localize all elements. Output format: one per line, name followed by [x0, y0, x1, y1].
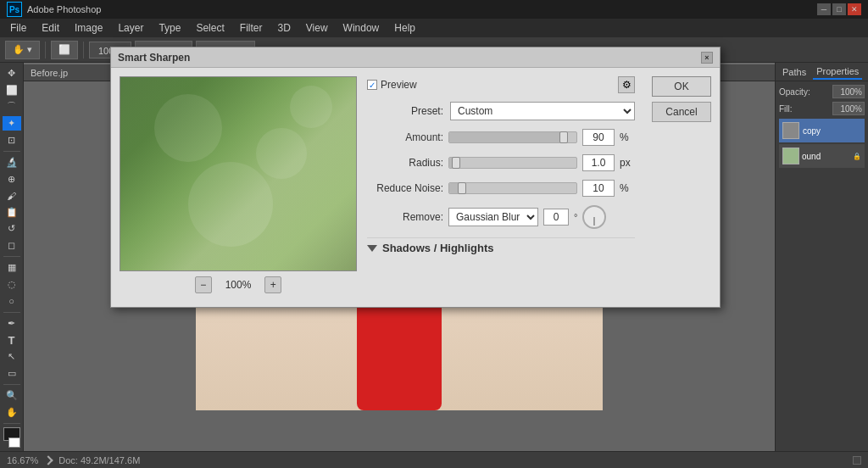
- expand-icon[interactable]: [367, 245, 377, 252]
- preview-checkbox[interactable]: [367, 80, 377, 90]
- amount-label: Amount:: [367, 131, 443, 143]
- controls-pane: Preview ⚙ Preset: Custom Default: [367, 76, 635, 298]
- zoom-out-button[interactable]: −: [195, 276, 212, 293]
- reduce-noise-row: Reduce Noise: %: [367, 180, 635, 197]
- angle-unit: °: [574, 212, 577, 222]
- amount-unit: %: [620, 131, 635, 143]
- reduce-noise-input[interactable]: [582, 180, 615, 197]
- radius-slider[interactable]: [448, 157, 577, 169]
- amount-row: Amount: %: [367, 129, 635, 146]
- preview-overlay: [120, 77, 356, 270]
- controls-area: Preview ⚙ Preset: Custom Default: [367, 76, 635, 298]
- preview-label[interactable]: Preview: [367, 79, 417, 91]
- ok-button[interactable]: OK: [652, 76, 711, 97]
- preset-select[interactable]: Custom Default: [450, 102, 635, 120]
- radius-thumb[interactable]: [452, 157, 460, 169]
- angle-input[interactable]: [543, 209, 569, 226]
- zoom-in-button[interactable]: +: [264, 276, 281, 293]
- dialog-close-button[interactable]: ×: [701, 52, 713, 64]
- preset-row: Preset: Custom Default: [367, 102, 635, 120]
- radius-label: Radius:: [367, 157, 443, 169]
- preview-text: Preview: [381, 79, 417, 91]
- dialog-title: Smart Sharpen: [118, 52, 190, 64]
- preview-image[interactable]: [120, 76, 357, 271]
- preview-zoom-controls: − 100% +: [120, 271, 357, 298]
- dialog-buttons: OK Cancel: [652, 76, 711, 298]
- dialog-body: − 100% + Preview ⚙: [111, 68, 720, 307]
- radius-unit: px: [620, 157, 635, 169]
- preview-row: Preview ⚙: [367, 76, 635, 93]
- reduce-noise-slider[interactable]: [448, 182, 577, 194]
- angle-needle: [594, 217, 595, 226]
- dialog-titlebar: Smart Sharpen ×: [111, 47, 720, 68]
- reduce-noise-thumb[interactable]: [458, 182, 466, 194]
- reduce-noise-label: Reduce Noise:: [367, 182, 443, 194]
- amount-input[interactable]: [582, 129, 615, 146]
- amount-slider[interactable]: [448, 131, 577, 143]
- preview-pane: − 100% +: [120, 76, 357, 298]
- amount-fill: [449, 132, 564, 142]
- angle-dial[interactable]: [582, 205, 606, 229]
- gear-button[interactable]: ⚙: [618, 76, 635, 93]
- shadows-label: Shadows / Highlights: [382, 242, 493, 254]
- amount-thumb[interactable]: [559, 131, 568, 143]
- radius-row: Radius: px: [367, 154, 635, 171]
- shadows-row[interactable]: Shadows / Highlights: [367, 237, 635, 254]
- radius-input[interactable]: [582, 154, 615, 171]
- smart-sharpen-dialog: Smart Sharpen × − 100% +: [110, 47, 721, 308]
- remove-label: Remove:: [367, 211, 443, 223]
- dialog-overlay: Smart Sharpen × − 100% +: [0, 0, 868, 468]
- zoom-percent-display: 100%: [225, 279, 252, 291]
- reduce-noise-unit: %: [620, 182, 635, 194]
- remove-select[interactable]: Gaussian Blur Lens Blur Motion Blur: [448, 208, 538, 226]
- remove-row: Remove: Gaussian Blur Lens Blur Motion B…: [367, 205, 635, 229]
- cancel-button[interactable]: Cancel: [652, 102, 711, 122]
- preset-label: Preset:: [367, 105, 443, 117]
